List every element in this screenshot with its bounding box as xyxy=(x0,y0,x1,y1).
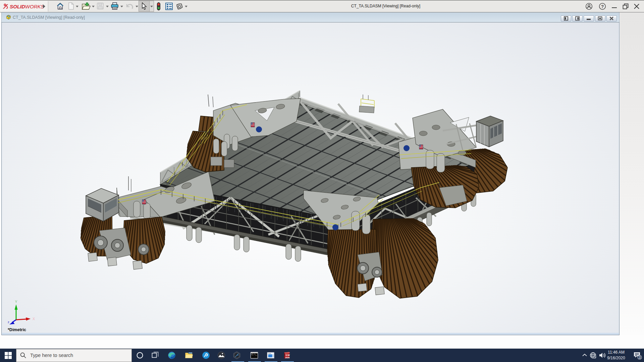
svg-text:3: 3 xyxy=(639,356,641,359)
svg-text:?: ? xyxy=(601,4,604,9)
svg-text:S: S xyxy=(285,354,287,357)
svg-text:Y: Y xyxy=(15,300,17,304)
svg-text:z: z xyxy=(8,320,9,324)
svg-text:X: X xyxy=(33,317,35,321)
svg-text:W: W xyxy=(287,354,290,357)
svg-text:2020: 2020 xyxy=(285,357,290,359)
svg-text:C:\_: C:\_ xyxy=(252,353,257,356)
